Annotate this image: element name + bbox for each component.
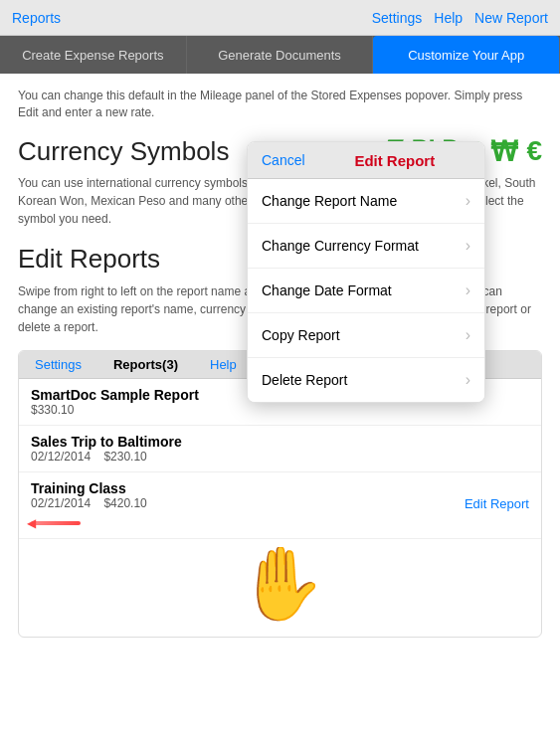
report-meta-3: 02/21/2014 $420.10 bbox=[31, 496, 147, 510]
tab-customize-your-app[interactable]: Customize Your App bbox=[373, 36, 560, 74]
main-tab-bar: Create Expense Reports Generate Document… bbox=[0, 36, 560, 74]
report-name-2: Sales Trip to Baltimore bbox=[31, 434, 529, 450]
report-amount-3: $420.10 bbox=[103, 496, 146, 510]
chevron-icon-3: › bbox=[466, 281, 470, 299]
edit-report-link[interactable]: Edit Report bbox=[465, 496, 529, 511]
top-nav: Reports Settings Help New Report bbox=[0, 0, 560, 36]
main-content: You can change this default in the Milea… bbox=[0, 74, 560, 746]
chevron-icon-1: › bbox=[466, 192, 470, 210]
chevron-icon-5: › bbox=[466, 371, 470, 389]
nav-new-report[interactable]: New Report bbox=[474, 10, 548, 26]
currency-sym-krw: ₩ bbox=[490, 135, 518, 168]
chevron-icon-4: › bbox=[466, 326, 470, 344]
report-row-2: Sales Trip to Baltimore 02/12/2014 $230.… bbox=[19, 426, 541, 472]
report-date-2: 02/12/2014 bbox=[31, 450, 91, 464]
chevron-icon-2: › bbox=[466, 237, 470, 255]
popover-cancel-button[interactable]: Cancel bbox=[248, 142, 319, 178]
top-nav-right: Settings Help New Report bbox=[372, 10, 548, 26]
popover-item-label-2: Change Currency Format bbox=[262, 238, 419, 254]
mileage-note: You can change this default in the Milea… bbox=[18, 88, 542, 121]
report-row-3-inline: 02/21/2014 $420.10 Edit Report bbox=[31, 496, 529, 511]
nav-help[interactable]: Help bbox=[434, 10, 463, 26]
report-date-3: 02/21/2014 bbox=[31, 496, 91, 510]
nav-reports[interactable]: Reports bbox=[12, 10, 61, 26]
reports-tab-reports[interactable]: Reports(3) bbox=[97, 351, 194, 378]
edit-report-popover: Cancel Edit Report Change Report Name › … bbox=[247, 141, 485, 403]
hand-swipe-illustration: 🤚 bbox=[19, 547, 541, 637]
popover-item-label-1: Change Report Name bbox=[262, 193, 397, 209]
popover-item-label-5: Delete Report bbox=[262, 372, 347, 388]
report-row-3: Training Class 02/21/2014 $420.10 Edit R… bbox=[19, 472, 541, 539]
popover-item-change-currency-format[interactable]: Change Currency Format › bbox=[248, 224, 484, 269]
popover-item-label-3: Change Date Format bbox=[262, 282, 392, 298]
popover-item-label-4: Copy Report bbox=[262, 327, 340, 343]
reports-tab-help[interactable]: Help bbox=[194, 351, 253, 378]
report-amount-2: $230.10 bbox=[103, 450, 146, 464]
report-name-3: Training Class bbox=[31, 480, 529, 496]
tab-create-expense-reports[interactable]: Create Expense Reports bbox=[0, 36, 187, 74]
hand-icon: 🤚 bbox=[236, 547, 325, 637]
reports-tab-settings[interactable]: Settings bbox=[19, 351, 97, 378]
popover-title: Edit Report bbox=[319, 152, 484, 169]
top-nav-left: Reports bbox=[12, 10, 61, 26]
currency-symbols-title: Currency Symbols bbox=[18, 136, 229, 167]
tab-generate-documents[interactable]: Generate Documents bbox=[187, 36, 374, 74]
currency-sym-eur: € bbox=[526, 135, 542, 167]
report-meta-1: $330.10 bbox=[31, 403, 529, 417]
popover-item-delete-report[interactable]: Delete Report › bbox=[248, 358, 484, 402]
popover-item-change-report-name[interactable]: Change Report Name › bbox=[248, 179, 484, 224]
arrow-left-indicator bbox=[31, 516, 91, 530]
popover-item-copy-report[interactable]: Copy Report › bbox=[248, 313, 484, 358]
swipe-arrow bbox=[31, 516, 91, 530]
popover-item-change-date-format[interactable]: Change Date Format › bbox=[248, 269, 484, 313]
report-meta-2: 02/12/2014 $230.10 bbox=[31, 450, 529, 464]
popover-header: Cancel Edit Report bbox=[248, 142, 484, 179]
nav-settings[interactable]: Settings bbox=[372, 10, 423, 26]
